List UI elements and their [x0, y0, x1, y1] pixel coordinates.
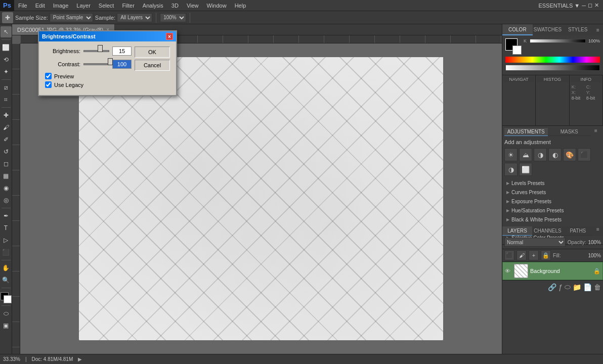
exposure-presets[interactable]: ▶ Exposure Presets — [504, 197, 601, 206]
use-legacy-checkbox[interactable] — [45, 81, 52, 88]
zoom-tool[interactable]: 🔍 — [1, 275, 12, 286]
bitdepth-2: 8-bit — [586, 96, 600, 101]
ok-button[interactable]: OK — [135, 47, 170, 58]
swatches-tab[interactable]: SWATCHES — [533, 24, 563, 35]
contrast-thumb[interactable] — [108, 58, 113, 65]
menu-filter[interactable]: Filter — [118, 0, 138, 11]
blur-tool[interactable]: ◉ — [1, 183, 12, 194]
color-panel-tabs: COLOR SWATCHES STYLES ≡ — [502, 24, 603, 35]
menu-analysis[interactable]: Analysis — [139, 0, 167, 11]
pen-tool[interactable]: ✒ — [1, 210, 12, 221]
lasso-tool[interactable]: ⟲ — [1, 54, 12, 65]
status-arrow[interactable]: ▶ — [78, 356, 82, 362]
menu-file[interactable]: File — [14, 0, 31, 11]
dialog-title-bar[interactable]: Brightness/Contrast × — [39, 31, 176, 41]
restore-btn[interactable]: ◻ — [588, 2, 592, 9]
curves-icon[interactable]: ◑ — [534, 148, 547, 161]
paths-tab[interactable]: PATHS — [563, 226, 593, 236]
menu-help[interactable]: Help — [231, 0, 250, 11]
bw-presets[interactable]: ▶ Black & White Presets — [504, 215, 601, 224]
menu-edit[interactable]: Edit — [31, 0, 49, 11]
essentials-label[interactable]: ESSENTIALS ▼ — [538, 3, 580, 9]
bw-icon[interactable]: ◑ — [504, 163, 518, 176]
styles-tab[interactable]: STYLES — [563, 24, 593, 35]
k-slider[interactable] — [530, 39, 586, 43]
layer-background[interactable]: 👁 Background 🔒 — [502, 262, 603, 280]
levels-presets[interactable]: ▶ Levels Presets — [504, 179, 601, 188]
add-style-btn[interactable]: ƒ — [558, 283, 563, 291]
tool-separator-4 — [2, 208, 11, 208]
bg-color-swatch[interactable] — [512, 46, 522, 55]
marquee-tool[interactable]: ⬜ — [1, 42, 12, 53]
masks-tab[interactable]: MASKS — [548, 128, 591, 136]
menu-window[interactable]: Window — [203, 0, 231, 11]
curves-presets[interactable]: ▶ Curves Presets — [504, 188, 601, 197]
screen-mode-toggle[interactable]: ▣ — [1, 320, 12, 331]
move-tool[interactable]: ↖ — [1, 26, 12, 37]
menu-view[interactable]: View — [183, 0, 203, 11]
clone-stamp-tool[interactable]: ✐ — [1, 134, 12, 145]
quick-select-tool[interactable]: ✦ — [1, 66, 12, 77]
layer-thumbnail — [514, 264, 528, 278]
hue-saturation-presets[interactable]: ▶ Hue/Saturation Presets — [504, 206, 601, 215]
dialog-close-btn[interactable]: × — [166, 33, 173, 40]
brush-tool[interactable]: 🖌 — [1, 122, 12, 133]
adj-options-btn[interactable]: ≡ — [591, 128, 601, 136]
blend-mode-select[interactable]: Normal — [504, 238, 566, 247]
hue-saturation-icon[interactable]: 🎨 — [563, 148, 576, 161]
menu-image[interactable]: Image — [49, 0, 73, 11]
lock-transparent-btn[interactable]: ⬛ — [504, 250, 514, 260]
menu-3d[interactable]: 3D — [167, 0, 183, 11]
levels-icon[interactable]: ⛰ — [519, 148, 532, 161]
background-color[interactable] — [4, 295, 12, 303]
photo-filter-icon[interactable]: ⬜ — [519, 163, 532, 176]
sample-size-select[interactable]: Point Sample — [50, 13, 93, 22]
layer-visibility-icon[interactable]: 👁 — [505, 268, 512, 274]
hand-tool[interactable]: ✋ — [1, 262, 12, 274]
cancel-button[interactable]: Cancel — [135, 60, 170, 71]
sample-select[interactable]: All Layers — [117, 13, 152, 22]
lock-image-btn[interactable]: 🖌 — [516, 250, 527, 260]
dodge-tool[interactable]: ◎ — [1, 195, 12, 206]
shape-tool[interactable]: ⬛ — [1, 247, 12, 258]
eraser-tool[interactable]: ◻ — [1, 158, 12, 169]
path-select-tool[interactable]: ▷ — [1, 235, 12, 246]
exposure-icon[interactable]: ◐ — [548, 148, 562, 161]
layers-tab[interactable]: LAYERS — [502, 226, 532, 236]
layers-tabs: LAYERS CHANNELS PATHS ≡ — [502, 226, 603, 236]
color-balance-icon[interactable]: ⬛ — [578, 148, 591, 161]
type-tool[interactable]: T — [1, 222, 12, 234]
grayscale-gradient[interactable] — [505, 65, 600, 71]
adjustments-tab[interactable]: ADJUSTMENTS — [504, 128, 548, 136]
lock-all-btn[interactable]: 🔒 — [541, 250, 551, 260]
crop-tool[interactable]: ⧄ — [1, 82, 12, 93]
menu-layer[interactable]: Layer — [72, 0, 95, 11]
preview-checkbox[interactable] — [45, 73, 52, 79]
quick-mask-toggle[interactable]: ⬭ — [1, 308, 12, 319]
layers-options-btn[interactable]: ≡ — [593, 226, 603, 236]
panel-options-btn[interactable]: ≡ — [593, 24, 603, 35]
color-tab[interactable]: COLOR — [502, 24, 533, 35]
eyedropper-tool[interactable]: ✚ — [2, 12, 13, 23]
contrast-input[interactable] — [112, 60, 132, 69]
close-btn[interactable]: ✕ — [594, 2, 599, 9]
menu-select[interactable]: Select — [95, 0, 118, 11]
healing-brush-tool[interactable]: ✚ — [1, 110, 12, 121]
color-spectrum[interactable] — [505, 57, 600, 63]
brightness-contrast-icon[interactable]: ☀ — [504, 148, 518, 161]
tool-separator-3 — [2, 107, 11, 108]
delete-layer-btn[interactable]: 🗑 — [594, 283, 601, 291]
minimize-btn[interactable]: ─ — [582, 3, 586, 9]
zoom-select[interactable]: 100% — [160, 13, 186, 22]
brightness-input[interactable] — [112, 47, 132, 56]
eyedropper-tool-2[interactable]: ⌗ — [1, 94, 12, 105]
add-mask-btn[interactable]: ⬭ — [565, 283, 571, 291]
history-brush-tool[interactable]: ↺ — [1, 146, 12, 157]
channels-tab[interactable]: CHANNELS — [532, 226, 563, 236]
gradient-tool[interactable]: ▦ — [1, 170, 12, 181]
new-group-btn[interactable]: 📁 — [573, 283, 581, 291]
brightness-thumb[interactable] — [98, 45, 103, 52]
lock-position-btn[interactable]: + — [529, 250, 539, 260]
new-layer-btn[interactable]: 📄 — [583, 283, 592, 291]
link-layers-btn[interactable]: 🔗 — [548, 283, 556, 291]
